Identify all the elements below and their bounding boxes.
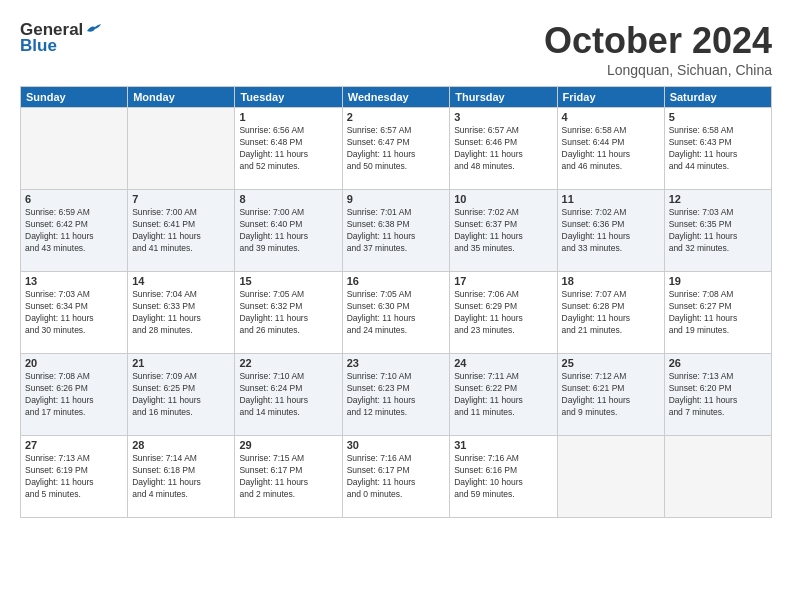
day-info: Sunrise: 7:08 AM Sunset: 6:27 PM Dayligh…: [669, 289, 767, 337]
day-info: Sunrise: 7:10 AM Sunset: 6:23 PM Dayligh…: [347, 371, 446, 419]
day-number: 17: [454, 275, 552, 287]
day-info: Sunrise: 7:02 AM Sunset: 6:37 PM Dayligh…: [454, 207, 552, 255]
day-info: Sunrise: 6:59 AM Sunset: 6:42 PM Dayligh…: [25, 207, 123, 255]
day-number: 29: [239, 439, 337, 451]
calendar-cell: 27Sunrise: 7:13 AM Sunset: 6:19 PM Dayli…: [21, 436, 128, 518]
day-number: 26: [669, 357, 767, 369]
day-info: Sunrise: 7:00 AM Sunset: 6:41 PM Dayligh…: [132, 207, 230, 255]
calendar-cell: 21Sunrise: 7:09 AM Sunset: 6:25 PM Dayli…: [128, 354, 235, 436]
calendar-cell: 8Sunrise: 7:00 AM Sunset: 6:40 PM Daylig…: [235, 190, 342, 272]
calendar-week-row: 13Sunrise: 7:03 AM Sunset: 6:34 PM Dayli…: [21, 272, 772, 354]
calendar-table: Sunday Monday Tuesday Wednesday Thursday…: [20, 86, 772, 518]
calendar-cell: 17Sunrise: 7:06 AM Sunset: 6:29 PM Dayli…: [450, 272, 557, 354]
calendar-cell: 19Sunrise: 7:08 AM Sunset: 6:27 PM Dayli…: [664, 272, 771, 354]
location-subtitle: Longquan, Sichuan, China: [544, 62, 772, 78]
day-number: 30: [347, 439, 446, 451]
day-info: Sunrise: 7:13 AM Sunset: 6:19 PM Dayligh…: [25, 453, 123, 501]
day-number: 20: [25, 357, 123, 369]
day-number: 8: [239, 193, 337, 205]
calendar-cell: [664, 436, 771, 518]
day-number: 24: [454, 357, 552, 369]
calendar-cell: [557, 436, 664, 518]
calendar-cell: 14Sunrise: 7:04 AM Sunset: 6:33 PM Dayli…: [128, 272, 235, 354]
day-info: Sunrise: 7:09 AM Sunset: 6:25 PM Dayligh…: [132, 371, 230, 419]
calendar-cell: 16Sunrise: 7:05 AM Sunset: 6:30 PM Dayli…: [342, 272, 450, 354]
calendar-cell: 24Sunrise: 7:11 AM Sunset: 6:22 PM Dayli…: [450, 354, 557, 436]
day-number: 16: [347, 275, 446, 287]
calendar-cell: 29Sunrise: 7:15 AM Sunset: 6:17 PM Dayli…: [235, 436, 342, 518]
calendar-cell: 12Sunrise: 7:03 AM Sunset: 6:35 PM Dayli…: [664, 190, 771, 272]
day-info: Sunrise: 7:16 AM Sunset: 6:17 PM Dayligh…: [347, 453, 446, 501]
day-info: Sunrise: 7:15 AM Sunset: 6:17 PM Dayligh…: [239, 453, 337, 501]
day-number: 4: [562, 111, 660, 123]
month-title: October 2024: [544, 20, 772, 62]
day-info: Sunrise: 7:05 AM Sunset: 6:32 PM Dayligh…: [239, 289, 337, 337]
calendar-week-row: 27Sunrise: 7:13 AM Sunset: 6:19 PM Dayli…: [21, 436, 772, 518]
calendar-cell: 30Sunrise: 7:16 AM Sunset: 6:17 PM Dayli…: [342, 436, 450, 518]
header-tuesday: Tuesday: [235, 87, 342, 108]
day-number: 5: [669, 111, 767, 123]
day-info: Sunrise: 6:58 AM Sunset: 6:43 PM Dayligh…: [669, 125, 767, 173]
calendar-cell: 9Sunrise: 7:01 AM Sunset: 6:38 PM Daylig…: [342, 190, 450, 272]
calendar-cell: 5Sunrise: 6:58 AM Sunset: 6:43 PM Daylig…: [664, 108, 771, 190]
day-number: 28: [132, 439, 230, 451]
day-number: 31: [454, 439, 552, 451]
weekday-header-row: Sunday Monday Tuesday Wednesday Thursday…: [21, 87, 772, 108]
calendar-cell: 1Sunrise: 6:56 AM Sunset: 6:48 PM Daylig…: [235, 108, 342, 190]
day-number: 25: [562, 357, 660, 369]
day-info: Sunrise: 7:05 AM Sunset: 6:30 PM Dayligh…: [347, 289, 446, 337]
day-number: 6: [25, 193, 123, 205]
day-number: 22: [239, 357, 337, 369]
calendar-cell: [21, 108, 128, 190]
day-info: Sunrise: 7:06 AM Sunset: 6:29 PM Dayligh…: [454, 289, 552, 337]
day-info: Sunrise: 6:57 AM Sunset: 6:47 PM Dayligh…: [347, 125, 446, 173]
day-info: Sunrise: 7:01 AM Sunset: 6:38 PM Dayligh…: [347, 207, 446, 255]
day-info: Sunrise: 7:03 AM Sunset: 6:35 PM Dayligh…: [669, 207, 767, 255]
calendar-cell: [128, 108, 235, 190]
day-number: 2: [347, 111, 446, 123]
calendar-cell: 4Sunrise: 6:58 AM Sunset: 6:44 PM Daylig…: [557, 108, 664, 190]
header-monday: Monday: [128, 87, 235, 108]
day-number: 13: [25, 275, 123, 287]
title-block: October 2024 Longquan, Sichuan, China: [544, 20, 772, 78]
day-info: Sunrise: 7:13 AM Sunset: 6:20 PM Dayligh…: [669, 371, 767, 419]
day-info: Sunrise: 7:12 AM Sunset: 6:21 PM Dayligh…: [562, 371, 660, 419]
logo-bird-icon: [85, 23, 103, 37]
calendar-cell: 2Sunrise: 6:57 AM Sunset: 6:47 PM Daylig…: [342, 108, 450, 190]
calendar-cell: 18Sunrise: 7:07 AM Sunset: 6:28 PM Dayli…: [557, 272, 664, 354]
calendar-cell: 26Sunrise: 7:13 AM Sunset: 6:20 PM Dayli…: [664, 354, 771, 436]
header-friday: Friday: [557, 87, 664, 108]
calendar-week-row: 1Sunrise: 6:56 AM Sunset: 6:48 PM Daylig…: [21, 108, 772, 190]
day-number: 3: [454, 111, 552, 123]
calendar-cell: 7Sunrise: 7:00 AM Sunset: 6:41 PM Daylig…: [128, 190, 235, 272]
day-number: 7: [132, 193, 230, 205]
calendar-cell: 28Sunrise: 7:14 AM Sunset: 6:18 PM Dayli…: [128, 436, 235, 518]
calendar-cell: 31Sunrise: 7:16 AM Sunset: 6:16 PM Dayli…: [450, 436, 557, 518]
day-number: 23: [347, 357, 446, 369]
day-number: 10: [454, 193, 552, 205]
calendar-cell: 23Sunrise: 7:10 AM Sunset: 6:23 PM Dayli…: [342, 354, 450, 436]
calendar-week-row: 6Sunrise: 6:59 AM Sunset: 6:42 PM Daylig…: [21, 190, 772, 272]
day-info: Sunrise: 7:04 AM Sunset: 6:33 PM Dayligh…: [132, 289, 230, 337]
calendar-cell: 22Sunrise: 7:10 AM Sunset: 6:24 PM Dayli…: [235, 354, 342, 436]
day-number: 14: [132, 275, 230, 287]
day-info: Sunrise: 7:08 AM Sunset: 6:26 PM Dayligh…: [25, 371, 123, 419]
day-info: Sunrise: 6:58 AM Sunset: 6:44 PM Dayligh…: [562, 125, 660, 173]
calendar-cell: 3Sunrise: 6:57 AM Sunset: 6:46 PM Daylig…: [450, 108, 557, 190]
header-thursday: Thursday: [450, 87, 557, 108]
day-info: Sunrise: 7:03 AM Sunset: 6:34 PM Dayligh…: [25, 289, 123, 337]
logo-blue: Blue: [20, 36, 57, 56]
calendar-cell: 15Sunrise: 7:05 AM Sunset: 6:32 PM Dayli…: [235, 272, 342, 354]
day-number: 9: [347, 193, 446, 205]
day-number: 21: [132, 357, 230, 369]
calendar-cell: 20Sunrise: 7:08 AM Sunset: 6:26 PM Dayli…: [21, 354, 128, 436]
calendar-cell: 13Sunrise: 7:03 AM Sunset: 6:34 PM Dayli…: [21, 272, 128, 354]
day-number: 19: [669, 275, 767, 287]
day-number: 1: [239, 111, 337, 123]
page: General Blue October 2024 Longquan, Sich…: [0, 0, 792, 612]
header-sunday: Sunday: [21, 87, 128, 108]
day-info: Sunrise: 7:10 AM Sunset: 6:24 PM Dayligh…: [239, 371, 337, 419]
day-info: Sunrise: 7:02 AM Sunset: 6:36 PM Dayligh…: [562, 207, 660, 255]
day-info: Sunrise: 7:11 AM Sunset: 6:22 PM Dayligh…: [454, 371, 552, 419]
day-number: 18: [562, 275, 660, 287]
